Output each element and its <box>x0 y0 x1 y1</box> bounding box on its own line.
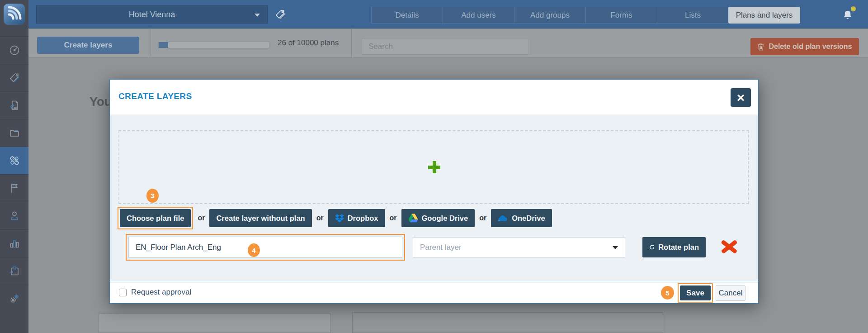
cancel-button[interactable]: Cancel <box>716 285 745 301</box>
sidebar-item-statistics[interactable] <box>0 229 28 257</box>
tag-icon <box>274 9 286 20</box>
project-tags-button[interactable] <box>274 9 286 22</box>
sidebar-item-settings[interactable] <box>0 285 28 312</box>
clipboard-icon <box>9 265 20 277</box>
or-separator: or <box>390 214 397 222</box>
gears-settings-icon <box>9 293 20 304</box>
project-selector-dropdown[interactable]: Hotel Vienna <box>36 5 268 24</box>
save-button[interactable]: Save <box>680 285 711 300</box>
dropbox-label: Dropbox <box>348 214 378 223</box>
chevron-down-icon <box>255 14 260 17</box>
trash-icon <box>757 43 764 51</box>
modal-title: CREATE LAYERS <box>118 91 192 101</box>
sidebar-item-tickets[interactable] <box>0 91 28 119</box>
add-plan-plus-icon <box>428 161 440 173</box>
sidebar-item-dashboard[interactable] <box>0 36 28 64</box>
or-separator: or <box>198 214 205 222</box>
step-badge-5: 5 <box>661 286 674 300</box>
request-approval-checkbox[interactable] <box>119 289 127 296</box>
remove-plan-x-icon[interactable] <box>721 240 737 253</box>
background-panel <box>352 312 663 333</box>
tab-lists[interactable]: Lists <box>657 7 729 24</box>
tab-details[interactable]: Details <box>371 7 443 24</box>
tag-icon <box>9 72 20 84</box>
notifications-button[interactable] <box>841 9 854 24</box>
dropbox-icon <box>335 214 344 223</box>
plan-file-dropzone[interactable] <box>118 130 749 204</box>
dashboard-gauge-icon <box>9 44 20 56</box>
modal-body: 3 Choose plan file or Create layer witho… <box>110 114 758 282</box>
plans-toolbar: Create layers 26 of 10000 plans Delete o… <box>28 29 868 57</box>
tab-plans-and-layers[interactable]: Plans and layers <box>728 7 800 24</box>
google-drive-icon <box>408 214 418 223</box>
logo-spiral-icon <box>4 4 25 25</box>
bar-chart-icon <box>9 238 20 249</box>
google-drive-button[interactable]: Google Drive <box>401 209 475 227</box>
create-layers-button[interactable]: Create layers <box>37 37 139 54</box>
rotate-icon <box>649 243 655 251</box>
modal-footer: Request approval 5 Save Cancel <box>110 282 758 303</box>
toolbar-divider <box>351 29 352 57</box>
notification-dot <box>851 6 856 11</box>
tab-add-users[interactable]: Add users <box>443 7 514 24</box>
project-selector-value: Hotel Vienna <box>129 10 175 19</box>
parent-layer-placeholder: Parent layer <box>420 238 462 257</box>
person-icon <box>9 210 20 222</box>
delete-old-plan-versions-label: Delete old plan versions <box>769 43 852 51</box>
app-screen: Hotel Vienna Details Add users Add group… <box>0 0 868 333</box>
sidebar-item-tasks[interactable] <box>0 257 28 285</box>
tab-forms[interactable]: Forms <box>585 7 657 24</box>
background-panel <box>99 314 330 333</box>
tab-add-groups[interactable]: Add groups <box>514 7 586 24</box>
delete-old-plan-versions-button[interactable]: Delete old plan versions <box>750 38 859 55</box>
google-drive-label: Google Drive <box>422 214 468 223</box>
step-badge-3: 3 <box>146 189 159 203</box>
background-clipped-text: You <box>90 95 112 109</box>
plans-quota-progressbar <box>158 42 269 48</box>
top-navigation-bar: Hotel Vienna Details Add users Add group… <box>28 0 868 29</box>
or-separator: or <box>316 214 324 222</box>
rotate-plan-label: Rotate plan <box>658 243 699 252</box>
toolbar-divider <box>151 29 151 57</box>
chevron-down-icon <box>613 246 618 249</box>
left-sidebar <box>0 0 28 333</box>
onedrive-label: OneDrive <box>512 214 545 223</box>
step-badge-4: 4 <box>248 243 260 257</box>
plans-count-label: 26 of 10000 plans <box>278 38 339 48</box>
sidebar-item-contacts[interactable] <box>0 202 28 229</box>
choose-plan-file-highlight: Choose plan file <box>118 207 193 229</box>
folder-icon <box>9 127 20 139</box>
upload-options-row: Choose plan file or Create layer without… <box>118 208 552 228</box>
flag-icon <box>9 182 20 194</box>
modal-close-button[interactable]: × <box>731 88 751 107</box>
sidebar-item-flags[interactable] <box>0 174 28 202</box>
or-separator: or <box>479 214 486 222</box>
onedrive-button[interactable]: OneDrive <box>491 209 552 227</box>
onedrive-icon <box>498 214 508 222</box>
choose-plan-file-button[interactable]: Choose plan file <box>120 209 191 227</box>
parent-layer-select[interactable]: Parent layer <box>413 237 625 257</box>
create-layer-without-plan-button[interactable]: Create layer without plan <box>209 209 311 227</box>
app-logo[interactable] <box>4 4 25 25</box>
rotate-plan-button[interactable]: Rotate plan <box>642 237 706 257</box>
ticket-report-icon <box>9 100 20 111</box>
save-highlight: Save <box>678 283 713 303</box>
layer-details-row: 4 Parent layer Rotate plan <box>110 231 758 263</box>
layer-name-input[interactable] <box>128 237 402 258</box>
sidebar-item-plans[interactable] <box>0 147 28 174</box>
dropbox-button[interactable]: Dropbox <box>328 209 385 227</box>
plans-ruler-pencil-icon <box>9 155 20 166</box>
request-approval-label: Request approval <box>131 288 191 297</box>
file-name-highlight: 4 <box>126 234 405 261</box>
plans-quota-progress-fill <box>159 42 168 48</box>
sidebar-item-folders[interactable] <box>0 119 28 147</box>
search-input[interactable] <box>362 38 529 55</box>
sidebar-item-tags[interactable] <box>0 64 28 91</box>
project-tabs: Details Add users Add groups Forms Lists… <box>372 7 800 24</box>
create-layers-modal: CREATE LAYERS × 3 Choose plan file or Cr… <box>109 79 759 304</box>
